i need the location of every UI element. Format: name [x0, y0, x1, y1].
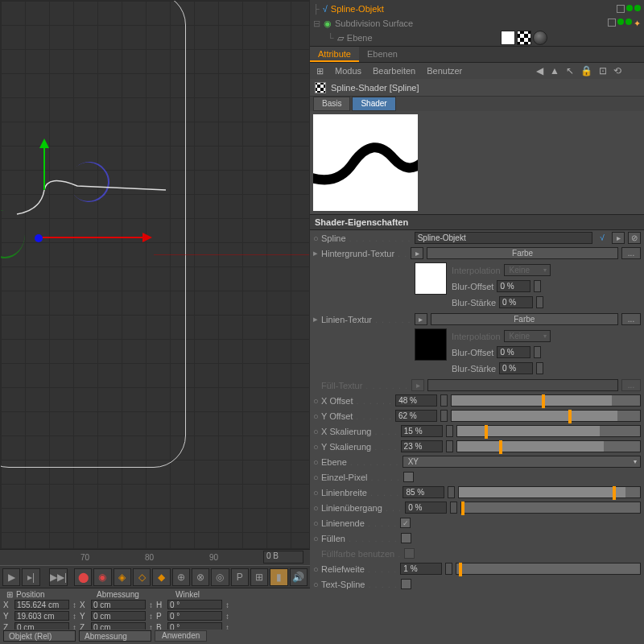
object-ebene[interactable]: Ebene — [347, 33, 373, 43]
bg-interp[interactable]: Keine — [504, 264, 551, 276]
y-scale-field[interactable]: 23 % — [401, 440, 443, 452]
menu-bearbeiten[interactable]: Bearbeiten — [373, 66, 415, 76]
spinner[interactable] — [536, 362, 543, 374]
clip-button[interactable]: ▮ — [270, 568, 287, 586]
pos-x[interactable]: 155.624 cm — [14, 600, 69, 609]
bg-blur-offset[interactable]: 0 % — [497, 280, 530, 292]
sound-button[interactable]: 🔊 — [290, 568, 308, 586]
shader-preview[interactable] — [313, 114, 418, 211]
spline-link-field[interactable]: Spline-Objekt — [415, 232, 592, 244]
object-spline[interactable]: Spline-Objekt — [331, 4, 384, 14]
material-white[interactable] — [501, 31, 515, 45]
viewport-3d[interactable] — [0, 0, 310, 549]
menu-benutzer[interactable]: Benutzer — [427, 66, 462, 76]
dimension-mode-dropdown[interactable]: Abmessung — [79, 630, 151, 642]
new-window-icon[interactable]: ⊡ — [599, 65, 607, 76]
spinner[interactable] — [446, 440, 453, 452]
relief-slider[interactable] — [456, 563, 641, 575]
spinner[interactable] — [536, 296, 543, 308]
dim-x[interactable]: 0 cm — [91, 600, 146, 609]
line-width-field[interactable]: 85 % — [402, 486, 444, 498]
bg-tex-arrow[interactable]: ▸ — [411, 247, 423, 259]
nav-up-icon[interactable]: ▲ — [550, 65, 559, 76]
next-frame-button[interactable]: ▸| — [22, 568, 39, 586]
layer-dot[interactable] — [634, 5, 641, 11]
bg-tex-browse[interactable]: ... — [621, 247, 641, 259]
material-dark[interactable] — [533, 31, 547, 45]
y-offset-slider[interactable] — [451, 410, 641, 422]
key-rot-button[interactable]: ◎ — [211, 568, 229, 586]
origin-point[interactable] — [35, 234, 43, 242]
keyframe-button[interactable]: ◈ — [114, 568, 131, 586]
bg-tex-type[interactable]: Farbe — [427, 247, 618, 259]
layer-dot[interactable] — [626, 5, 633, 11]
single-pixel-check[interactable] — [403, 472, 414, 482]
fill-check[interactable] — [401, 533, 411, 543]
pos-y[interactable]: 19.603 cm — [14, 611, 69, 621]
axis-y[interactable] — [41, 134, 47, 190]
nav-back-icon[interactable]: ◀ — [536, 65, 543, 76]
text-spline-check[interactable] — [401, 579, 411, 589]
record-button[interactable]: ⬤ — [74, 568, 92, 586]
autokey-button[interactable]: ◉ — [93, 568, 111, 586]
y-offset-field[interactable]: 62 % — [395, 410, 437, 422]
subtab-basis[interactable]: Basis — [313, 97, 350, 111]
hierarchy-expand[interactable]: ⊟ — [313, 19, 320, 29]
next-key-button[interactable]: ▶▶| — [49, 568, 68, 586]
rot-p[interactable]: 0 ° — [167, 611, 222, 621]
line-fade-slider[interactable] — [460, 502, 641, 514]
layer-dot[interactable] — [625, 19, 632, 25]
subtab-shader[interactable]: Shader — [352, 97, 395, 111]
visibility-toggle[interactable] — [608, 19, 616, 27]
object-sds[interactable]: Subdivision Surface — [335, 19, 413, 28]
key-pla-button[interactable]: P — [231, 568, 249, 586]
line-width-slider[interactable] — [458, 486, 641, 498]
spline-clear-button[interactable]: ⊘ — [628, 232, 641, 244]
rot-h[interactable]: 0 ° — [167, 600, 222, 609]
spinner[interactable] — [534, 346, 541, 358]
x-scale-slider[interactable] — [456, 425, 641, 437]
key-selection-button[interactable]: ◇ — [133, 568, 151, 586]
layer-dot[interactable] — [617, 19, 624, 25]
y-scale-slider[interactable] — [456, 440, 641, 452]
line-blur-strength[interactable]: 0 % — [499, 362, 533, 374]
spinner[interactable] — [450, 502, 457, 514]
coord-mode-dropdown[interactable]: Objekt (Rel) — [3, 630, 76, 642]
plane-dropdown[interactable]: XY — [402, 456, 641, 468]
key-params-button[interactable]: ◆ — [152, 568, 170, 586]
axis-x[interactable] — [41, 234, 154, 241]
x-offset-field[interactable]: 48 % — [395, 394, 437, 407]
line-blur-offset[interactable]: 0 % — [497, 346, 530, 358]
spline-pick-button[interactable]: ▸ — [612, 232, 625, 244]
apply-button[interactable]: Anwenden — [155, 630, 207, 642]
lbl-bg-texture[interactable]: Hintergrund-Textur — [321, 249, 394, 258]
play-button[interactable]: ▶ — [2, 568, 20, 586]
tab-layers[interactable]: Ebenen — [359, 47, 406, 62]
line-tex-browse[interactable]: ... — [621, 313, 641, 325]
tag-icon[interactable]: ✦ — [634, 19, 641, 29]
bg-color-swatch[interactable] — [415, 262, 447, 295]
relief-field[interactable]: 1 % — [400, 563, 442, 575]
line-tex-type[interactable]: Farbe — [431, 313, 618, 325]
bg-blur-strength[interactable]: 0 % — [499, 296, 533, 308]
link-icon[interactable]: ⟲ — [613, 65, 621, 76]
frame-field[interactable]: 0 B — [263, 551, 303, 564]
key-scale-button[interactable]: ⊗ — [192, 568, 209, 586]
spinner[interactable] — [440, 410, 448, 422]
line-end-check[interactable]: ✓ — [400, 518, 411, 528]
x-scale-field[interactable]: 15 % — [401, 425, 443, 437]
spinner[interactable] — [446, 425, 453, 437]
line-fade-field[interactable]: 0 % — [405, 502, 447, 514]
spinner[interactable] — [534, 280, 541, 292]
line-color-swatch[interactable] — [415, 328, 447, 361]
line-interp[interactable]: Keine — [504, 330, 551, 342]
key-pos-button[interactable]: ⊕ — [172, 568, 190, 586]
tab-attribute[interactable]: Attribute — [310, 47, 359, 62]
x-offset-slider[interactable] — [451, 394, 641, 407]
dim-y[interactable]: 0 cm — [91, 611, 146, 621]
spinner[interactable] — [448, 486, 455, 498]
grid-toggle-button[interactable]: ⊞ — [250, 568, 268, 586]
timeline-ruler[interactable]: 70 80 90 100 0 B — [0, 549, 310, 565]
grid-icon[interactable]: ⊞ — [316, 66, 324, 76]
spinner[interactable] — [445, 563, 452, 575]
